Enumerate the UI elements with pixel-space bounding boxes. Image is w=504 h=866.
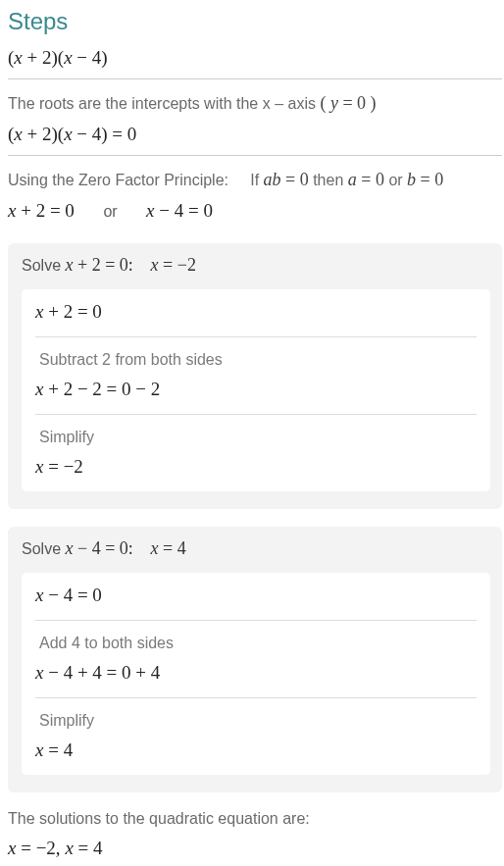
solve2-step2-text: Simplify [39, 712, 477, 730]
final-text: The solutions to the quadratic equation … [8, 810, 502, 828]
zfp-line: Using the Zero Factor Principle: If ab =… [8, 170, 502, 190]
zfp-then: then [313, 172, 343, 188]
roots-cond: ( y = 0 ) [320, 93, 376, 113]
solve1-eq: x + 2 = 0: [65, 255, 132, 275]
expr-top: (x + 2)(x − 4) [8, 47, 502, 69]
zfp-a: a = 0 [348, 170, 384, 189]
solve1-step1-text: Subtract 2 from both sides [39, 351, 477, 369]
eq-zero: (x + 2)(x − 4) = 0 [8, 124, 502, 145]
divider [35, 697, 477, 698]
solve1-line1: x + 2 = 0 [35, 301, 477, 323]
final-eq: x = −2, x = 4 [8, 838, 502, 859]
divider [35, 414, 477, 415]
split-or: or [103, 203, 117, 220]
roots-intro-text: The roots are the intercepts with the x … [8, 95, 316, 112]
solve2-eq: x − 4 = 0: [65, 538, 132, 558]
solve1-ans: x = −2 [151, 255, 196, 275]
solve2-step1-text: Add 4 to both sides [39, 635, 477, 652]
divider [8, 78, 502, 79]
solve1-head: Solve x + 2 = 0: x = −2 [22, 255, 490, 276]
solve-block-1: Solve x + 2 = 0: x = −2 x + 2 = 0 Subtra… [8, 243, 502, 509]
solve-block-2: Solve x − 4 = 0: x = 4 x − 4 = 0 Add 4 t… [8, 527, 502, 792]
divider [35, 620, 477, 621]
zfp-ab: ab = 0 [264, 170, 309, 189]
solve1-step1-eq: x + 2 − 2 = 0 − 2 [35, 379, 477, 400]
solve1-step2-eq: x = −2 [35, 456, 477, 478]
solve2-inner: x − 4 = 0 Add 4 to both sides x − 4 + 4 … [22, 573, 490, 775]
solve2-step2-eq: x = 4 [35, 739, 477, 761]
divider [8, 155, 502, 156]
solve1-step2-text: Simplify [39, 429, 477, 446]
divider [35, 336, 477, 337]
solve1-inner: x + 2 = 0 Subtract 2 from both sides x +… [22, 289, 490, 491]
solve2-line1: x − 4 = 0 [35, 585, 477, 606]
zfp-label: Using the Zero Factor Principle: [8, 172, 228, 188]
zfp-if: If [250, 172, 259, 188]
zfp-b: b = 0 [407, 170, 443, 189]
solve2-head: Solve x − 4 = 0: x = 4 [22, 538, 490, 559]
solve2-ans: x = 4 [151, 538, 186, 558]
zfp-or: or [388, 172, 402, 188]
steps-heading: Steps [8, 8, 502, 35]
solve2-step1-eq: x − 4 + 4 = 0 + 4 [35, 662, 477, 684]
split-equations: x + 2 = 0 or x − 4 = 0 [8, 200, 502, 222]
solve1-label: Solve [22, 257, 61, 274]
roots-intro-line: The roots are the intercepts with the x … [8, 93, 502, 114]
solve2-label: Solve [22, 540, 61, 557]
